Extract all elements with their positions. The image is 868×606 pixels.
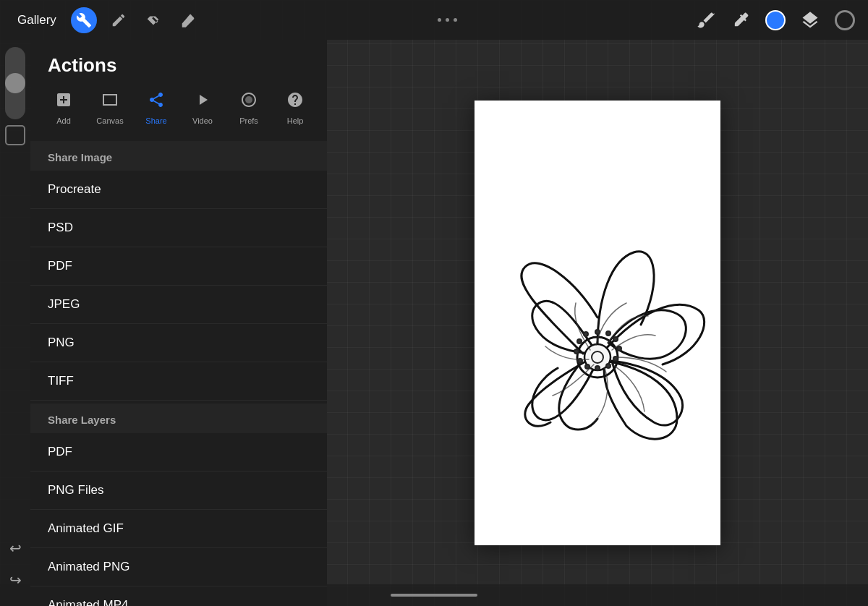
help-tab-label: Help: [287, 116, 304, 125]
top-toolbar: Gallery: [0, 0, 868, 40]
share-tab-label: Share: [145, 116, 166, 125]
menu-item-procreate[interactable]: Procreate: [30, 171, 327, 209]
tab-help[interactable]: Help: [273, 87, 317, 129]
left-sidebar: ↩ ↪: [0, 40, 30, 606]
svg-point-6: [613, 337, 618, 341]
tab-add[interactable]: Add: [42, 87, 85, 129]
svg-point-4: [595, 330, 600, 334]
eyedropper-tool[interactable]: [729, 9, 752, 32]
canvas-area: [327, 40, 868, 606]
video-tab-label: Video: [192, 116, 213, 125]
svg-point-11: [585, 364, 590, 369]
toolbar-right: [694, 9, 856, 32]
erase-icon: [180, 12, 196, 28]
flower-drawing: [475, 209, 720, 498]
pen-icon: [111, 12, 127, 28]
svg-point-15: [584, 332, 588, 336]
svg-point-14: [577, 339, 582, 343]
menu-item-pdf-image[interactable]: PDF: [30, 247, 327, 286]
wrench-icon: [76, 12, 92, 28]
share-image-header: Share Image: [30, 141, 327, 171]
gallery-button[interactable]: Gallery: [12, 10, 62, 30]
brush-size-thumb: [5, 73, 25, 93]
menu-item-png-files[interactable]: PNG Files: [30, 471, 327, 510]
actions-panel: Actions Add Canvas Share: [30, 40, 327, 606]
canvas-paper[interactable]: [475, 101, 720, 545]
toolbar-left: Gallery: [12, 7, 201, 33]
color-tool[interactable]: [764, 9, 787, 32]
smudge-button[interactable]: [140, 7, 166, 33]
redo-button[interactable]: ↪: [4, 568, 27, 592]
dot-2: [446, 18, 449, 22]
menu-item-animated-png[interactable]: Animated PNG: [30, 548, 327, 586]
color-circle: [835, 10, 855, 30]
actions-button[interactable]: [71, 7, 97, 33]
toolbar-center: [438, 18, 457, 22]
canvas-tab-label: Canvas: [96, 116, 123, 125]
menu-item-psd[interactable]: PSD: [30, 209, 327, 247]
eyedropper-icon: [731, 10, 751, 30]
svg-point-13: [574, 349, 579, 354]
svg-point-9: [606, 364, 610, 368]
tab-video[interactable]: Video: [181, 87, 224, 129]
color-circle-tool[interactable]: [833, 9, 856, 32]
menu-item-pdf-layers[interactable]: PDF: [30, 433, 327, 471]
action-tabs: Add Canvas Share Video P: [30, 87, 327, 141]
share-layers-header: Share Layers: [30, 404, 327, 433]
erase-button[interactable]: [175, 7, 201, 33]
menu-item-jpeg[interactable]: JPEG: [30, 286, 327, 324]
canvas-tab-icon: [101, 91, 119, 113]
add-tab-label: Add: [56, 116, 71, 125]
svg-point-7: [617, 346, 621, 351]
prefs-tab-label: Prefs: [239, 116, 258, 125]
svg-point-0: [245, 96, 252, 103]
actions-title: Actions: [30, 40, 327, 87]
menu-item-tiff[interactable]: TIFF: [30, 362, 327, 401]
dot-3: [454, 18, 457, 22]
menu-item-animated-mp4[interactable]: Animated MP4: [30, 586, 327, 606]
tab-share[interactable]: Share: [135, 87, 178, 129]
layers-tool[interactable]: [799, 9, 822, 32]
home-indicator: [391, 594, 477, 597]
menu-item-png[interactable]: PNG: [30, 324, 327, 362]
undo-button[interactable]: ↩: [4, 537, 27, 560]
layers-icon: [800, 10, 820, 30]
dot-1: [438, 18, 441, 22]
prefs-tab-icon: [240, 91, 258, 113]
modify-button[interactable]: [106, 7, 132, 33]
tab-canvas[interactable]: Canvas: [88, 87, 132, 129]
sidebar-bottom-controls: ↩ ↪: [4, 537, 27, 592]
brush-tool[interactable]: [694, 9, 718, 32]
svg-point-10: [595, 366, 600, 370]
brush-size-slider[interactable]: [5, 47, 25, 119]
menu-item-animated-gif[interactable]: Animated GIF: [30, 510, 327, 548]
color-swatch: [765, 10, 786, 30]
tab-prefs[interactable]: Prefs: [227, 87, 271, 129]
svg-point-5: [606, 331, 610, 336]
share-tab-icon: [148, 91, 165, 113]
help-tab-icon: [286, 91, 304, 113]
smudge-icon: [145, 12, 161, 28]
opacity-control[interactable]: [5, 125, 25, 145]
video-tab-icon: [194, 91, 211, 113]
add-tab-icon: [55, 91, 72, 113]
brush-icon: [696, 10, 716, 30]
